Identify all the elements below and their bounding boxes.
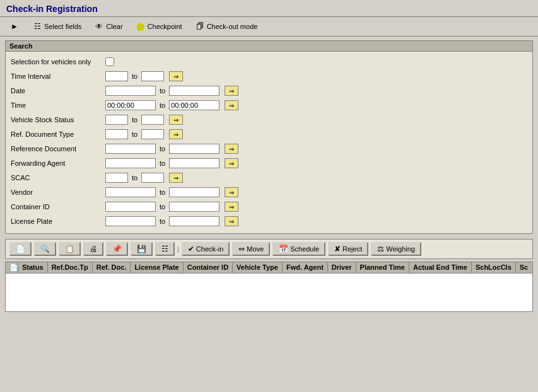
col-header-schloccls: SchLocCls bbox=[472, 262, 516, 273]
icon-btn-2[interactable]: 🔍 bbox=[34, 242, 56, 256]
scac-from[interactable] bbox=[105, 173, 128, 183]
checkpoint-label: Checkpoint bbox=[148, 23, 182, 30]
reject-button[interactable]: ✘ Reject bbox=[328, 242, 368, 256]
checkbox-selection-vehicles[interactable] bbox=[105, 57, 114, 66]
arrow-btn-time-interval[interactable]: ⇒ bbox=[169, 71, 183, 81]
icon-btn-5[interactable]: 📌 bbox=[106, 242, 128, 256]
arrow-btn-reference-document[interactable]: ⇒ bbox=[225, 144, 238, 154]
reference-document-from[interactable] bbox=[105, 144, 156, 154]
to-label-ref-doc-type: to bbox=[132, 130, 137, 138]
col-header-actual-end-time: Actual End Time bbox=[409, 262, 472, 273]
vendor-to[interactable] bbox=[169, 187, 219, 197]
col-header-driver: Driver bbox=[328, 262, 356, 273]
clear-icon: 👁 bbox=[94, 21, 104, 32]
row-selection-vehicles: Selection for vehicles only bbox=[11, 55, 527, 68]
row-time: Time to ⇒ bbox=[11, 99, 527, 112]
to-label-vendor: to bbox=[160, 188, 165, 196]
label-date: Date bbox=[11, 87, 105, 95]
col-header-icon: 📄 bbox=[6, 262, 18, 273]
checkpoint-button[interactable]: ⬤ Checkpoint bbox=[131, 20, 187, 33]
weighing-icon: ⚖ bbox=[377, 245, 384, 253]
ref-doc-type-to[interactable] bbox=[141, 129, 164, 139]
to-label-time-interval: to bbox=[132, 72, 137, 80]
clear-button[interactable]: 👁 Clear bbox=[90, 20, 127, 33]
to-label-container-id: to bbox=[160, 203, 165, 210]
move-label: Move bbox=[247, 245, 264, 253]
table-section: 📄 Status Ref.Doc.Tp Ref. Doc. License Pl… bbox=[5, 262, 533, 312]
col-header-ref-doc: Ref. Doc. bbox=[93, 262, 131, 273]
arrow-btn-container-id[interactable]: ⇒ bbox=[225, 202, 238, 212]
label-license-plate: License Plate bbox=[11, 217, 105, 225]
to-label-scac: to bbox=[132, 174, 137, 182]
arrow-btn-ref-doc-type[interactable]: ⇒ bbox=[169, 129, 183, 139]
row-vehicle-stock-status: Vehicle Stock Status to ⇒ bbox=[11, 113, 527, 126]
row-scac: SCAC to ⇒ bbox=[11, 171, 527, 184]
col-header-license-plate: License Plate bbox=[131, 262, 183, 273]
icon-5: 📌 bbox=[112, 245, 122, 253]
time-interval-to[interactable] bbox=[141, 71, 164, 81]
reference-document-to[interactable] bbox=[169, 144, 219, 154]
forwarding-agent-from[interactable] bbox=[105, 158, 156, 168]
icon-btn-3[interactable]: 📋 bbox=[59, 242, 81, 256]
time-from[interactable] bbox=[105, 100, 156, 110]
label-vendor: Vendor bbox=[11, 188, 105, 196]
container-id-from[interactable] bbox=[105, 202, 156, 212]
icon-btn-1[interactable]: 📄 bbox=[9, 242, 32, 256]
col-header-vehicle-type: Vehicle Type bbox=[233, 262, 283, 273]
weighing-button[interactable]: ⚖ Weighing bbox=[371, 242, 421, 256]
date-to[interactable] bbox=[169, 86, 219, 96]
row-vendor: Vendor to ⇒ bbox=[11, 186, 527, 199]
scac-to[interactable] bbox=[141, 173, 164, 183]
row-date: Date to ⇒ bbox=[11, 84, 527, 97]
to-label-vehicle-stock-status: to bbox=[132, 116, 137, 124]
time-interval-from[interactable] bbox=[105, 71, 128, 81]
move-button[interactable]: ⇔ Move bbox=[232, 242, 270, 256]
license-plate-from[interactable] bbox=[105, 216, 156, 226]
clear-label: Clear bbox=[106, 23, 122, 30]
schedule-icon: 📅 bbox=[279, 245, 288, 253]
icon-btn-7[interactable]: ☷ bbox=[155, 242, 175, 256]
label-forwarding-agent: Forwarding Agent bbox=[11, 159, 105, 167]
container-id-to[interactable] bbox=[169, 202, 219, 212]
execute-button[interactable]: ► bbox=[5, 20, 24, 33]
arrow-btn-license-plate[interactable]: ⇒ bbox=[225, 216, 238, 226]
vehicle-stock-status-from[interactable] bbox=[105, 115, 128, 125]
checkout-mode-label: Check-out mode bbox=[207, 23, 258, 30]
icon-6: 💾 bbox=[137, 245, 146, 253]
toolbar: ► ☷ Select fields 👁 Clear ⬤ Checkpoint 🗍… bbox=[0, 17, 538, 37]
label-ref-doc-type: Ref. Document Type bbox=[11, 130, 105, 138]
vehicle-stock-status-to[interactable] bbox=[141, 115, 164, 125]
vendor-from[interactable] bbox=[105, 187, 156, 197]
row-container-id: Container ID to ⇒ bbox=[11, 200, 527, 213]
checkpoint-icon: ⬤ bbox=[136, 21, 146, 32]
arrow-btn-scac[interactable]: ⇒ bbox=[169, 173, 183, 183]
ref-doc-type-from[interactable] bbox=[105, 129, 128, 139]
time-to[interactable] bbox=[169, 100, 219, 110]
license-plate-to[interactable] bbox=[169, 216, 219, 226]
arrow-btn-vendor[interactable]: ⇒ bbox=[225, 187, 238, 197]
label-selection-vehicles: Selection for vehicles only bbox=[11, 58, 105, 66]
label-scac: SCAC bbox=[11, 174, 105, 182]
to-label-time: to bbox=[160, 101, 165, 109]
arrow-btn-date[interactable]: ⇒ bbox=[225, 86, 238, 96]
icon-2: 🔍 bbox=[40, 245, 50, 253]
weighing-label: Weighing bbox=[386, 245, 415, 253]
schedule-button[interactable]: 📅 Schedule bbox=[272, 242, 325, 256]
arrow-btn-forwarding-agent[interactable]: ⇒ bbox=[225, 158, 238, 168]
bottom-toolbar: 📄 🔍 📋 🖨 📌 💾 ☷ | ✔ Check-in ⇔ Move bbox=[5, 239, 533, 259]
date-from[interactable] bbox=[105, 86, 156, 96]
label-time-interval: Time Interval bbox=[11, 72, 105, 80]
col-header-planned-time: Planned Time bbox=[356, 262, 409, 273]
icon-btn-6[interactable]: 💾 bbox=[131, 242, 153, 256]
checkin-label: Check-in bbox=[196, 245, 223, 253]
checkin-button[interactable]: ✔ Check-in bbox=[182, 242, 230, 256]
icon-btn-4[interactable]: 🖨 bbox=[83, 242, 103, 256]
checkout-mode-button[interactable]: 🗍 Check-out mode bbox=[190, 20, 262, 33]
arrow-btn-time[interactable]: ⇒ bbox=[225, 100, 238, 110]
forwarding-agent-to[interactable] bbox=[169, 158, 219, 168]
icon-1: 📄 bbox=[16, 245, 25, 253]
select-fields-button[interactable]: ☷ Select fields bbox=[28, 20, 86, 33]
col-header-ref-doc-tp: Ref.Doc.Tp bbox=[48, 262, 93, 273]
label-container-id: Container ID bbox=[11, 203, 105, 210]
arrow-btn-vehicle-stock-status[interactable]: ⇒ bbox=[169, 115, 183, 125]
